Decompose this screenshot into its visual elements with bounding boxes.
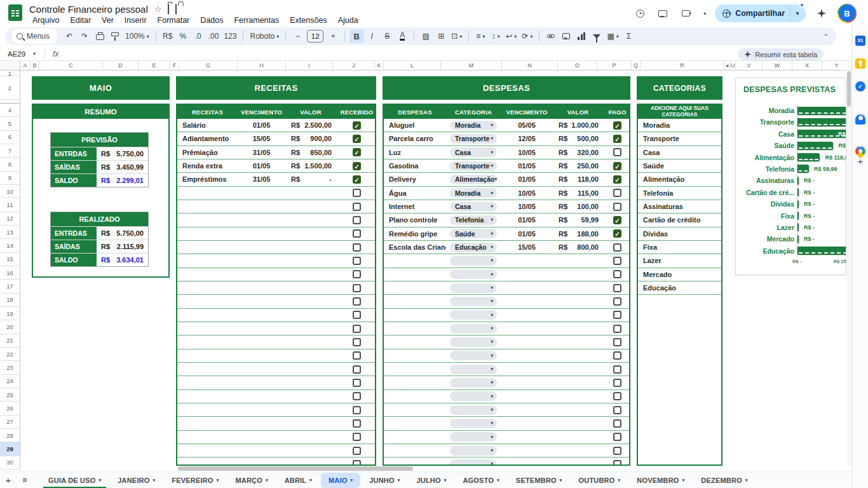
category-dropdown[interactable]: ▾ [450, 419, 497, 428]
despesa-valor-cell[interactable]: R$100,00 [553, 203, 603, 210]
category-dropdown[interactable]: ▾ [450, 256, 497, 266]
despesa-pago-cell[interactable] [603, 351, 630, 360]
avatar[interactable]: B [837, 4, 857, 23]
despesa-name-cell[interactable]: Delivery [384, 175, 446, 183]
row-header-25[interactable]: 25 [0, 388, 20, 402]
checkbox-unchecked[interactable] [353, 365, 361, 374]
row-header-22[interactable]: 22 [0, 348, 20, 361]
chart-bar[interactable] [797, 223, 799, 231]
checkbox-checked[interactable]: ✓ [613, 175, 621, 184]
checkbox-checked[interactable]: ✓ [353, 121, 361, 130]
checkbox-unchecked[interactable] [613, 392, 621, 400]
redo-button[interactable]: ↷ [78, 29, 92, 43]
sheet-tab-maio[interactable]: MAIO▾ [321, 473, 360, 488]
receita-valor-cell[interactable]: R$900,00 [285, 135, 336, 142]
despesa-pago-cell[interactable] [603, 203, 630, 211]
tab-dropdown-icon[interactable]: ▾ [351, 478, 353, 483]
checkbox-unchecked[interactable] [353, 325, 361, 333]
receita-recebido-cell[interactable] [336, 406, 376, 414]
currency-format-button[interactable]: R$ [161, 29, 175, 43]
column-header-◂[interactable]: ◂ [724, 61, 730, 71]
despesa-name-cell[interactable]: Remédio gripe [384, 230, 446, 238]
checkbox-unchecked[interactable] [353, 257, 361, 265]
document-title[interactable]: Controle Financeiro pessoal [29, 4, 148, 15]
category-dropdown[interactable]: ▾ [450, 351, 497, 360]
receita-vencimento-cell[interactable]: 31/05 [238, 149, 285, 156]
receita-recebido-cell[interactable]: ✓ [336, 175, 376, 184]
column-header-J[interactable]: J [333, 61, 375, 71]
receita-recebido-cell[interactable] [336, 351, 376, 360]
vertical-align-button[interactable]: ↕▾ [489, 29, 503, 43]
despesa-vencimento-cell[interactable]: 10/05 [501, 149, 553, 156]
chart-bar[interactable] [797, 165, 809, 173]
italic-button[interactable]: I [365, 29, 379, 43]
meet-camera-icon[interactable] [679, 6, 693, 20]
checkbox-checked[interactable]: ✓ [353, 135, 361, 143]
column-header-G[interactable]: G [179, 61, 238, 71]
category-dropdown[interactable]: Casa▾ [450, 147, 497, 157]
despesa-vencimento-cell[interactable]: 01/05 [501, 216, 553, 224]
receita-vencimento-cell[interactable]: 01/05 [238, 121, 285, 129]
receita-recebido-cell[interactable]: ✓ [336, 135, 376, 143]
categoria-item-cell[interactable]: Telefonia [638, 187, 721, 200]
despesa-name-cell[interactable]: Gasolina [384, 162, 446, 170]
sheet-tab-setembro[interactable]: SETEMBRO▾ [508, 472, 570, 488]
category-dropdown[interactable]: ▾ [450, 310, 497, 320]
receita-vencimento-cell[interactable]: 01/05 [238, 162, 285, 170]
row-header-8[interactable]: 8 [0, 158, 20, 171]
despesas-header-cell[interactable]: DESPESAS [383, 76, 630, 100]
checkbox-unchecked[interactable] [613, 189, 621, 197]
despesa-pago-cell[interactable] [603, 325, 630, 333]
receita-valor-cell[interactable]: R$2.500,00 [285, 121, 336, 129]
receita-recebido-cell[interactable] [336, 284, 376, 292]
month-header-cell[interactable]: MAIO [32, 76, 170, 100]
cloud-status-icon[interactable] [175, 5, 177, 13]
paint-format-button[interactable] [108, 29, 122, 43]
despesa-pago-cell[interactable] [603, 447, 630, 455]
font-select[interactable]: Roboto▾ [248, 29, 281, 43]
meet-caret-icon[interactable]: ▾ [703, 11, 706, 17]
row-header-14[interactable]: 14 [0, 239, 20, 252]
checkbox-unchecked[interactable] [353, 216, 361, 224]
sheet-tab-fevereiro[interactable]: FEVEREIRO▾ [164, 472, 226, 488]
despesa-pago-cell[interactable] [603, 419, 630, 428]
despesa-valor-cell[interactable]: R$500,00 [553, 135, 603, 142]
checkbox-unchecked[interactable] [353, 351, 361, 360]
row-header-7[interactable]: 7 [0, 144, 20, 158]
menu-ver[interactable]: Ver [97, 15, 118, 25]
row-header-5[interactable]: 5 [0, 117, 20, 130]
receita-recebido-cell[interactable] [336, 203, 376, 211]
summary-value-cell[interactable]: R$2.299,01 [97, 174, 148, 187]
checkbox-unchecked[interactable] [613, 406, 621, 414]
summary-label-cell[interactable]: SALDO [51, 254, 97, 266]
checkbox-checked[interactable]: ✓ [613, 216, 621, 224]
summary-label-cell[interactable]: ENTRDAS [51, 147, 97, 160]
row-header-10[interactable]: 10 [0, 185, 20, 198]
checkbox-checked[interactable]: ✓ [613, 135, 621, 143]
checkbox-checked[interactable]: ✓ [613, 229, 621, 238]
checkbox-unchecked[interactable] [353, 338, 361, 346]
sheet-tab-julho[interactable]: JULHO▾ [409, 472, 454, 488]
chart-bar[interactable] [797, 177, 799, 185]
summary-value-cell[interactable]: R$5.750,00 [97, 147, 148, 160]
checkbox-unchecked[interactable] [353, 270, 361, 278]
vertical-scrollbar[interactable] [846, 61, 851, 466]
categorias-subheader-cell[interactable]: ADICIONE AQUI SUAS CATEGORIAS [638, 105, 721, 119]
column-header-F[interactable]: F [170, 61, 179, 71]
checkbox-unchecked[interactable] [613, 419, 621, 428]
row-header-12[interactable]: 12 [0, 212, 20, 226]
despesa-valor-cell[interactable]: R$250,00 [553, 162, 603, 170]
despesa-name-cell[interactable]: Parcela carro [384, 135, 446, 142]
category-dropdown[interactable]: ▾ [450, 337, 497, 347]
receita-recebido-cell[interactable] [336, 365, 376, 374]
checkbox-unchecked[interactable] [613, 379, 621, 387]
categoria-item-cell[interactable]: Casa [638, 146, 721, 159]
category-dropdown[interactable]: Moradia▾ [450, 188, 497, 198]
column-header-K[interactable]: K [375, 61, 384, 71]
category-dropdown[interactable]: ▾ [450, 432, 497, 442]
number-format-button[interactable]: 123 [222, 29, 238, 43]
receita-recebido-cell[interactable] [336, 325, 376, 333]
despesa-valor-cell[interactable]: R$1.000,00 [553, 121, 603, 129]
increase-font-button[interactable]: + [326, 29, 340, 43]
category-dropdown[interactable]: Casa▾ [450, 202, 497, 212]
